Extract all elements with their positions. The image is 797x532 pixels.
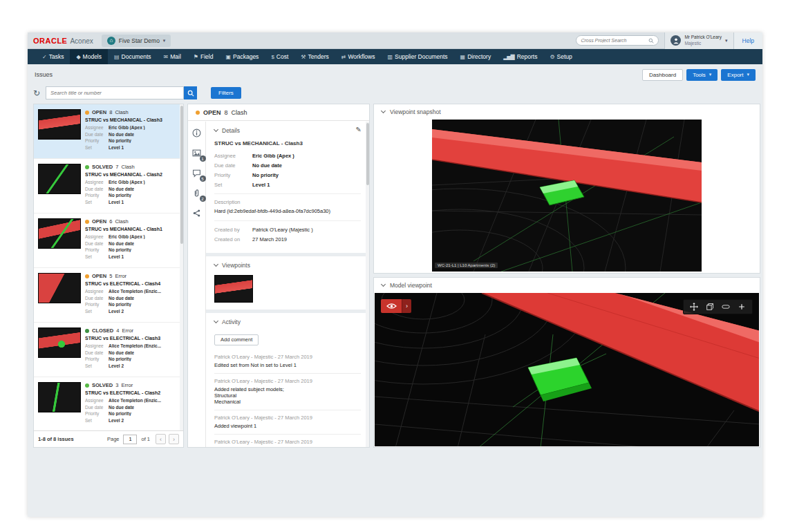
status-dot (85, 220, 89, 224)
issue-number: 3 (115, 382, 118, 388)
rail-comments-icon[interactable]: 5 (192, 169, 202, 178)
tools-button[interactable]: Tools▾ (686, 69, 718, 81)
cube-icon[interactable] (706, 303, 714, 311)
viewpoint-snapshot-header[interactable]: Viewpoint snapshot (374, 104, 760, 120)
chevron-down-icon (381, 108, 386, 113)
add-comment-button[interactable]: Add comment (214, 334, 259, 345)
main-nav: ✓Tasks◆Models▤Documents✉Mail⚑Field▣Packa… (28, 49, 762, 64)
issue-type: Error (122, 327, 133, 334)
mail-icon: ✉ (164, 54, 168, 60)
rail-related-models-icon[interactable] (192, 209, 202, 218)
issue-search-input[interactable] (46, 87, 183, 99)
issue-type: Error (121, 382, 133, 388)
search-icon (187, 90, 194, 97)
model-tools (683, 299, 753, 314)
export-button[interactable]: Export▾ (721, 69, 756, 81)
issue-status: OPEN (92, 218, 106, 225)
issues-scrollbar[interactable] (180, 104, 183, 430)
nav-tab-setup[interactable]: ⚙Setup (543, 49, 578, 64)
issue-status: SOLVED (92, 382, 113, 388)
viewpoints-section-header[interactable]: Viewpoints (214, 262, 361, 269)
detail-issue-title: STRUC vs MECHANICAL - Clash3 (214, 140, 361, 146)
issue-card-5[interactable]: OPEN5ErrorSTRUC vs ELECTRICAL - Clash4As… (34, 268, 183, 323)
search-button[interactable] (184, 86, 197, 99)
activity-section-header[interactable]: Activity (214, 319, 361, 325)
viewpoint-panels: Viewpoint snapshot (373, 104, 760, 448)
detail-scrollbar[interactable] (366, 122, 369, 447)
measure-icon[interactable] (722, 303, 730, 311)
issue-card-4[interactable]: CLOSED4ErrorSTRUC vs ELECTRICAL - Clash3… (34, 323, 183, 377)
viewpoint-snapshot-section: Viewpoint snapshot (373, 104, 760, 274)
user-name: Mr Patrick O'Leary (684, 35, 722, 40)
detail-status: OPEN (203, 109, 221, 116)
issue-title: STRUC vs MECHANICAL - Clash2 (85, 172, 178, 177)
page-input[interactable] (123, 435, 137, 444)
caret-down-icon: ▾ (709, 72, 712, 77)
project-selector[interactable]: ⌂ Five Star Demo ▾ (102, 35, 171, 47)
nav-tab-directory[interactable]: ▦Directory (454, 49, 498, 64)
cross-project-search[interactable] (576, 35, 659, 46)
nav-tab-cost[interactable]: $Cost (265, 49, 294, 64)
next-page-button[interactable]: › (169, 434, 179, 444)
cross-project-search-input[interactable] (581, 38, 648, 43)
nav-tab-reports[interactable]: ▂▅▇Reports (497, 49, 543, 64)
issue-status: OPEN (92, 273, 106, 279)
search-icon[interactable] (648, 38, 654, 44)
caret-down-icon: ▾ (163, 38, 166, 44)
created-block: Created byPatrick O'Leary (Majestic ) Cr… (214, 220, 361, 243)
nav-tab-supplier-documents[interactable]: ▥Supplier Documents (381, 49, 453, 64)
nav-tab-workflows[interactable]: ⇄Workflows (335, 49, 382, 64)
nav-tab-documents[interactable]: ▤Documents (108, 49, 158, 64)
chevron-down-icon (214, 319, 218, 323)
help-button[interactable]: Help (734, 32, 762, 49)
user-menu[interactable]: Mr Patrick O'Leary Majestic ▾ (664, 32, 733, 49)
rail-viewpoints-icon[interactable]: 1 (192, 149, 202, 158)
details-section-header[interactable]: Details (214, 127, 361, 134)
status-dot (85, 383, 89, 388)
issue-card-7[interactable]: SOLVED7ClashSTRUC vs MECHANICAL - Clash2… (34, 159, 183, 213)
issue-status: CLOSED (92, 327, 113, 334)
zoom-in-icon[interactable] (738, 303, 746, 311)
status-dot (85, 274, 89, 278)
issue-number: 7 (115, 164, 118, 170)
viewpoint-thumbnail[interactable] (214, 275, 253, 303)
filters-button[interactable]: Filters (211, 87, 241, 99)
eye-button[interactable] (381, 299, 402, 313)
refresh-icon[interactable]: ↻ (33, 89, 40, 97)
setup-icon: ⚙ (550, 54, 554, 60)
issue-title: STRUC vs MECHANICAL - Clash3 (85, 117, 178, 122)
model-viewpoint-section: Model viewpoint (373, 277, 760, 448)
rail-info-icon[interactable] (192, 129, 202, 138)
model-3d-viewport[interactable]: › (375, 293, 759, 446)
issue-title: STRUC vs ELECTRICAL - Clash4 (85, 281, 178, 286)
issue-thumbnail (38, 327, 81, 358)
prev-page-button[interactable]: ‹ (156, 434, 166, 444)
pan-icon[interactable] (690, 303, 698, 311)
model-viewpoint-header[interactable]: Model viewpoint (374, 278, 760, 293)
nav-tab-mail[interactable]: ✉Mail (158, 49, 187, 64)
cost-icon: $ (271, 54, 273, 60)
edit-icon[interactable]: ✎ (356, 126, 362, 133)
tasks-icon: ✓ (42, 54, 46, 60)
status-dot (85, 165, 89, 169)
issue-card-8[interactable]: OPEN8ClashSTRUC vs MECHANICAL - Clash3As… (34, 104, 183, 159)
issue-number: 8 (109, 109, 112, 115)
nav-tab-tasks[interactable]: ✓Tasks (36, 49, 70, 64)
issue-detail-panel: OPEN 8 Clash 152 Details ✎ STRUC vs MECH… (187, 104, 370, 448)
issue-card-6[interactable]: OPEN6ClashSTRUC vs MECHANICAL - Clash1As… (34, 213, 183, 268)
nav-tab-packages[interactable]: ▣Packages (219, 49, 265, 64)
nav-tab-models[interactable]: ◆Models (70, 49, 108, 64)
oracle-wordmark: ORACLE (33, 37, 67, 45)
detail-rail: 152 (188, 122, 206, 447)
rail-attachments-icon[interactable]: 2 (192, 189, 202, 198)
viewpoint-snapshot-image[interactable]: WC-21-L1 | L10 Apartments (2) (432, 120, 702, 272)
attachments-count-badge: 2 (200, 196, 206, 202)
dashboard-button[interactable]: Dashboard (642, 69, 683, 81)
subheader: Issues Dashboard Tools▾ Export▾ (28, 64, 762, 85)
activity-entry: Patrick O'Leary - Majestic - 27 March 20… (214, 410, 361, 435)
expand-arrow-button[interactable]: › (402, 299, 411, 313)
issue-card-3[interactable]: SOLVED3ErrorSTRUC vs ELECTRICAL - Clash2… (34, 377, 183, 430)
nav-tab-field[interactable]: ⚑Field (187, 49, 220, 64)
chevron-down-icon (214, 127, 218, 132)
nav-tab-tenders[interactable]: ⚒Tenders (294, 49, 335, 64)
